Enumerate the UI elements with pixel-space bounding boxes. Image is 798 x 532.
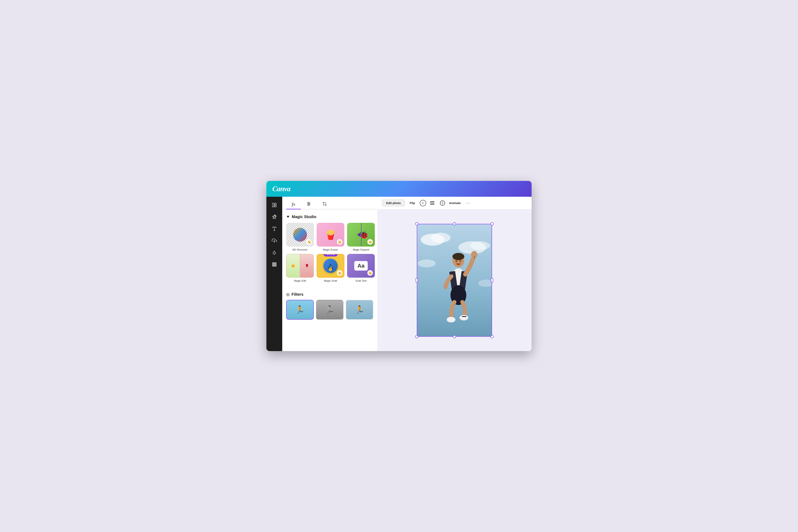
sidebar-item-elements[interactable] [269,212,280,222]
magic-studio-title: Magic Studio [292,214,316,219]
magic-grab-badge: 👑 [337,270,342,276]
animate-button[interactable]: Animate [447,200,463,206]
magic-eraser-badge: 👑 [337,239,342,245]
tab-crop[interactable] [317,199,332,209]
tool-thumb-magic-eraser: 🍟 👑 [317,223,344,247]
svg-point-33 [459,260,461,262]
tool-thumb-magic-edit: 🌼 🌹 [286,254,314,278]
tool-card-magic-expand[interactable]: 🐞 👑 Magic Expand [347,223,375,251]
magic-expand-label: Magic Expand [353,248,369,251]
tool-card-bg-remover[interactable]: 👑 BG Remover [286,223,314,251]
globe-icon [440,201,445,206]
handle-top-middle[interactable] [453,222,456,225]
tool-card-magic-eraser[interactable]: 🍟 👑 Magic Eraser [317,223,344,251]
svg-rect-0 [272,203,274,207]
main-area: fx [266,197,532,351]
svg-rect-6 [274,263,275,263]
magic-grab-label: Magic Grab [324,279,337,282]
animate-section: Animate [440,200,463,206]
photo-main [417,224,492,337]
svg-rect-13 [275,265,276,266]
tab-bar: fx [282,197,377,209]
svg-point-22 [431,233,451,243]
svg-point-24 [470,241,490,250]
panel-content: ✦ Magic Studio 👑 BG Remover [282,209,377,351]
bg-remover-label: BG Remover [292,248,307,251]
svg-point-37 [447,317,455,322]
filter-card-original[interactable]: 🏃 [286,300,314,320]
magic-studio-icon: ✦ [286,214,290,219]
filter-card-bw[interactable]: 🏃 [316,300,344,320]
svg-point-17 [308,202,309,203]
photo-container[interactable] [417,224,492,337]
filters-title: Filters [291,292,303,297]
magic-eraser-label: Magic Eraser [323,248,338,251]
handle-bottom-right[interactable] [491,335,494,338]
grab-text-label: Grab Text [356,279,366,282]
magic-expand-badge: 👑 [367,239,373,245]
tool-thumb-bg-remover: 👑 [286,223,314,247]
magic-studio-header: ✦ Magic Studio [286,214,373,219]
filter-grid: 🏃 🏃 🏃 [286,300,373,320]
svg-point-19 [308,205,309,206]
svg-rect-8 [272,264,273,265]
canvas-frame [382,214,527,346]
tool-grid: 👑 BG Remover 🍟 👑 Magic Eraser [286,223,373,282]
more-options-button[interactable]: ··· [466,201,470,206]
svg-point-25 [418,260,436,267]
sidebar-item-draw[interactable] [269,247,280,258]
svg-rect-7 [275,263,276,263]
svg-rect-2 [274,206,276,207]
sidebar-item-upload[interactable] [269,235,280,246]
svg-rect-38 [462,316,466,317]
handle-top-right[interactable] [491,222,494,225]
svg-rect-10 [275,264,276,265]
svg-point-34 [471,251,477,258]
tab-effects[interactable]: fx [286,200,301,209]
svg-rect-5 [272,263,273,263]
flip-button[interactable]: Flip [407,200,417,206]
svg-point-31 [453,253,464,260]
toolbar: Edit photo Flip i Animate ··· [377,197,532,209]
info-button[interactable]: i [420,200,426,206]
tool-card-grab-text[interactable]: Aa 👑 Grab Text [347,254,375,282]
grab-text-badge: 👑 [367,270,373,276]
canva-logo: Canva [272,185,290,193]
svg-point-36 [459,315,468,320]
svg-point-32 [455,260,457,262]
svg-point-3 [275,215,276,216]
filter-card-vivid[interactable]: 🏃 [346,300,373,320]
right-area: Edit photo Flip i Animate ··· [377,197,532,351]
panel: fx [282,197,377,351]
section-divider [286,288,373,288]
left-sidebar [266,197,282,351]
tab-adjust[interactable] [301,199,317,209]
sidebar-item-apps[interactable] [269,259,280,269]
svg-rect-1 [274,203,276,205]
tool-thumb-magic-grab: Olivia △ ☝ 👑 [317,254,344,278]
svg-point-18 [309,203,310,204]
filters-icon: ◎ [286,292,289,297]
tool-thumb-grab-text: Aa 👑 [347,254,375,278]
handle-bottom-left[interactable] [415,335,418,338]
filters-header: ◎ Filters [286,292,373,297]
hamburger-icon [429,201,435,206]
svg-rect-11 [272,265,273,266]
handle-bottom-middle[interactable] [453,335,456,338]
tool-card-magic-grab[interactable]: Olivia △ ☝ 👑 Magic Grab [317,254,344,282]
handle-middle-right[interactable] [491,278,493,282]
handle-top-left[interactable] [415,222,418,225]
top-bar: Canva [266,181,532,197]
tool-card-magic-edit[interactable]: 🌼 🌹 Magic Edit [286,254,314,282]
handle-middle-left[interactable] [416,278,418,282]
sidebar-item-template[interactable] [269,200,280,210]
edit-photo-button[interactable]: Edit photo [382,200,405,206]
canvas-area [377,209,532,351]
hamburger-button[interactable] [429,199,436,207]
olivia-tooltip: Olivia [323,254,338,256]
tool-thumb-magic-expand: 🐞 👑 [347,223,375,247]
sidebar-item-text[interactable] [269,224,280,234]
svg-rect-9 [274,264,275,265]
app-window: Canva [266,181,532,351]
svg-rect-12 [274,265,275,266]
